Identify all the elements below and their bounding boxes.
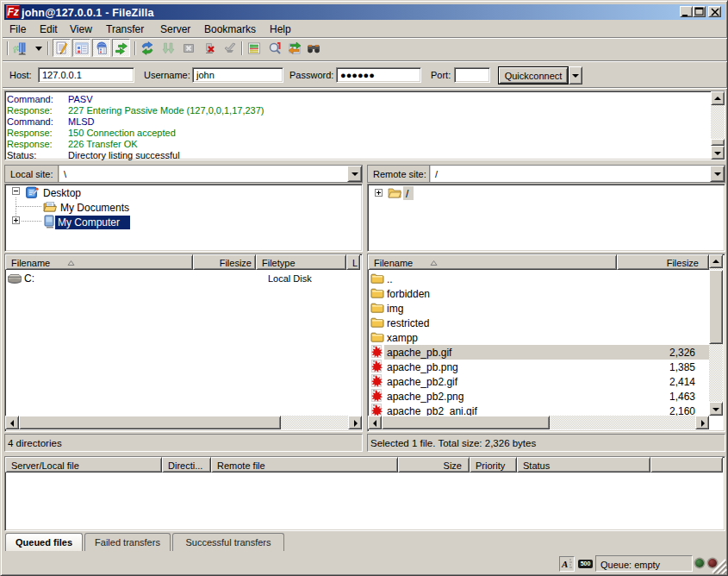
svg-text:A: A bbox=[561, 559, 568, 569]
svg-text:Fz: Fz bbox=[7, 6, 19, 18]
